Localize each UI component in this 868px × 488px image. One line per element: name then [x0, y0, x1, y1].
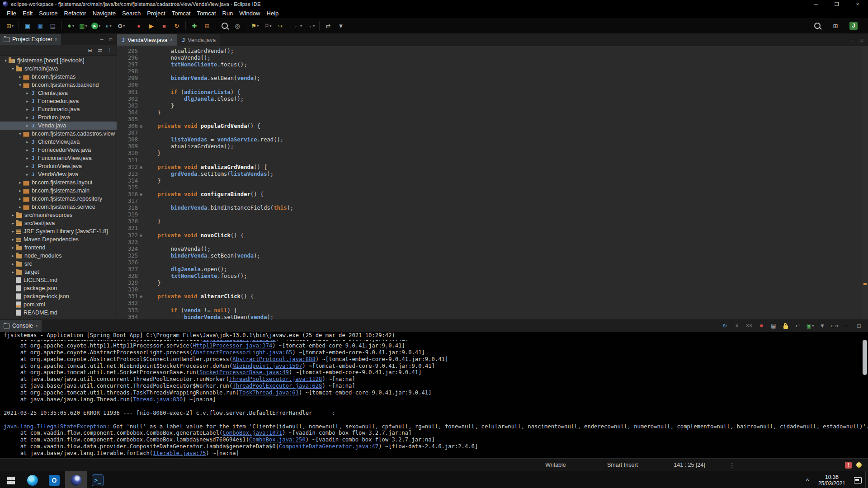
menu-window[interactable]: Window — [236, 10, 263, 17]
stack-trace-link[interactable]: ComboBox.java:1071 — [222, 430, 282, 436]
menu-help[interactable]: Help — [264, 10, 282, 17]
tree-item-frontend[interactable]: ▸frontend — [0, 244, 117, 252]
tree-item-br-com-fjsistemas-layout[interactable]: ▸br.com.fjsistemas.layout — [0, 178, 117, 187]
tree-item-fornecedor-java[interactable]: ▸JFornecedor.java — [0, 97, 117, 105]
dropdown-arrow-icon[interactable]: ▾ — [313, 24, 315, 28]
collapsed-arrow-icon[interactable]: ▸ — [10, 245, 16, 250]
stack-trace-link[interactable]: Iterable.java:75 — [153, 450, 206, 456]
tomcat-start-button[interactable]: ▶ — [145, 20, 158, 31]
new-wizard-button[interactable]: ⊞▾ — [4, 20, 16, 31]
relaunch-button[interactable]: ↻ — [719, 321, 730, 330]
save-button[interactable]: ▣ — [21, 20, 34, 31]
coverage-button[interactable]: ▥▾ — [77, 20, 90, 31]
collapsed-arrow-icon[interactable]: ▸ — [17, 75, 23, 79]
stack-trace-link[interactable]: Http11Processor.java:374 — [193, 343, 272, 349]
menu-tomcat-2[interactable]: Tomcat — [194, 10, 219, 17]
search-button[interactable] — [811, 20, 824, 31]
tree-item-br-com-fjsistemas-main[interactable]: ▸br.com.fjsistemas.main — [0, 187, 117, 195]
display-selected-console-button[interactable]: ▭▾ — [829, 321, 840, 330]
previous-annotation-button[interactable]: ⚐▾ — [261, 20, 274, 31]
menu-navigate[interactable]: Navigate — [90, 10, 119, 17]
scroll-lock-button[interactable] — [780, 321, 791, 330]
tree-item-clienteview-java[interactable]: ▸JClienteView.java — [0, 138, 117, 146]
collapsed-arrow-icon[interactable]: ▸ — [24, 172, 30, 177]
stack-trace-link[interactable]: Thread.java:830 — [133, 396, 183, 403]
fold-collapse-icon[interactable]: ⊖ — [138, 232, 144, 239]
profile-button[interactable]: ◐▾ — [102, 20, 115, 31]
tree-item-produtoview-java[interactable]: ▸JProdutoView.java — [0, 162, 117, 170]
pin-console-button[interactable]: ▼ — [817, 321, 828, 330]
open-console-button[interactable]: ▣▾ — [805, 321, 816, 330]
dropdown-arrow-icon[interactable]: ▾ — [85, 24, 87, 28]
fold-collapse-icon[interactable]: ⊖ — [138, 123, 144, 130]
tomcat-stop-button[interactable]: ■ — [158, 20, 170, 31]
tree-item-maven-dependencies[interactable]: ▸Maven Dependencies — [0, 235, 117, 244]
tray-expand-icon[interactable]: ^ — [801, 477, 814, 484]
eclipse-taskbar-button[interactable] — [65, 471, 87, 488]
remove-all-launches-button[interactable]: ×× — [744, 321, 755, 330]
expanded-arrow-icon[interactable]: ▾ — [3, 58, 9, 63]
collapsed-arrow-icon[interactable]: ▸ — [10, 262, 16, 266]
stack-trace-link[interactable]: CompositeDataGenerator.java:47 — [279, 443, 378, 450]
menu-file[interactable]: File — [4, 10, 19, 17]
stack-trace-link[interactable]: AbstractProcessorLight.java:65 — [193, 349, 292, 356]
stack-trace-link[interactable]: ThreadPoolExecutor.java:628 — [232, 383, 322, 389]
tree-item-br-com-fjsistemas[interactable]: ▸br.com.fjsistemas — [0, 73, 117, 81]
dropdown-arrow-icon[interactable]: ▾ — [300, 24, 302, 28]
dropdown-arrow-icon[interactable]: ▾ — [72, 24, 74, 28]
maximize-editor-button[interactable]: □ — [857, 36, 865, 44]
stack-trace-link[interactable]: TaskThread.java:61 — [239, 389, 299, 396]
collapsed-arrow-icon[interactable]: ▸ — [10, 237, 16, 242]
tree-item-pom-xml[interactable]: pom.xml — [0, 300, 117, 309]
collapsed-arrow-icon[interactable]: ▸ — [24, 115, 30, 120]
expanded-arrow-icon[interactable]: ▾ — [17, 131, 23, 136]
close-window-button[interactable]: × — [847, 0, 868, 8]
link-with-editor-icon[interactable]: ⇄ — [96, 46, 104, 54]
restore-window-button[interactable]: ❐ — [826, 0, 847, 8]
menu-tomcat[interactable]: Tomcat — [169, 10, 194, 17]
editor-tab-vendaview-java[interactable]: JVendaView.java× — [117, 34, 177, 46]
stack-trace-link[interactable]: ThreadPoolExecutor.java:1128 — [229, 376, 322, 382]
console-scrollbar[interactable] — [863, 340, 867, 375]
console-tab[interactable]: Console × — [0, 320, 42, 332]
stack-trace-link[interactable]: ComboBox.java:250 — [249, 436, 306, 443]
menu-project[interactable]: Project — [144, 10, 168, 17]
dropdown-arrow-icon[interactable]: ▾ — [257, 24, 259, 28]
overview-ruler[interactable] — [862, 46, 868, 319]
tip-icon[interactable] — [856, 462, 862, 468]
code-editor[interactable]: 295 atualizaGrdVenda();296 novaVenda();2… — [117, 46, 868, 319]
collapsed-arrow-icon[interactable]: ▸ — [10, 270, 16, 274]
tree-item-cliente-java[interactable]: ▸JCliente.java — [0, 89, 117, 97]
collapsed-arrow-icon[interactable]: ▸ — [24, 91, 30, 95]
forward-button[interactable]: →▾ — [304, 20, 317, 31]
tree-item-license-md[interactable]: LICENSE.md — [0, 276, 117, 284]
tree-item-funcionario-java[interactable]: ▸JFuncionario.java — [0, 105, 117, 113]
stack-trace-link[interactable]: java.lang.IllegalStateException — [4, 423, 106, 430]
collapse-all-icon[interactable]: ⊟ — [86, 46, 94, 54]
tree-item-produto-java[interactable]: ▸JProduto.java — [0, 113, 117, 122]
java-search-button[interactable] — [218, 20, 231, 31]
menu-run[interactable]: Run — [219, 10, 236, 17]
fold-collapse-icon[interactable]: ⊖ — [138, 164, 144, 171]
minimize-view-button[interactable]: ─ — [841, 321, 852, 330]
tree-item-br-com-fjsistemas-repository[interactable]: ▸br.com.fjsistemas.repository — [0, 195, 117, 203]
menu-refactor[interactable]: Refactor — [61, 10, 90, 17]
tree-item-venda-java[interactable]: ▸JVenda.java — [0, 122, 117, 130]
tree-item-src-test-java[interactable]: ▸src/test/java — [0, 219, 117, 227]
collapsed-arrow-icon[interactable]: ▸ — [10, 229, 16, 234]
stack-trace-link[interactable]: NioEndpoint.java:1597 — [232, 363, 302, 369]
tree-item-src[interactable]: ▸src — [0, 260, 117, 268]
last-edit-location-button[interactable]: ↪ — [274, 20, 287, 31]
maximize-view-button[interactable]: □ — [854, 321, 864, 330]
collapsed-arrow-icon[interactable]: ▸ — [24, 148, 30, 152]
menu-source[interactable]: Source — [36, 10, 61, 17]
tree-item-package-json[interactable]: package.json — [0, 284, 117, 292]
terminal-taskbar-button[interactable]: >_ — [87, 471, 108, 488]
outlook-taskbar-button[interactable]: O — [43, 471, 65, 488]
collapsed-arrow-icon[interactable]: ▸ — [17, 197, 23, 201]
stack-trace-link[interactable]: CoyoteAdapter.java:343 — [203, 340, 275, 342]
expanded-arrow-icon[interactable]: ▾ — [17, 83, 23, 87]
action-center-button[interactable] — [850, 471, 865, 488]
tree-item-jre-system-library-javase-1-8[interactable]: ▸JRE System Library [JavaSE-1.8] — [0, 227, 117, 235]
edge-taskbar-button[interactable] — [22, 471, 43, 488]
